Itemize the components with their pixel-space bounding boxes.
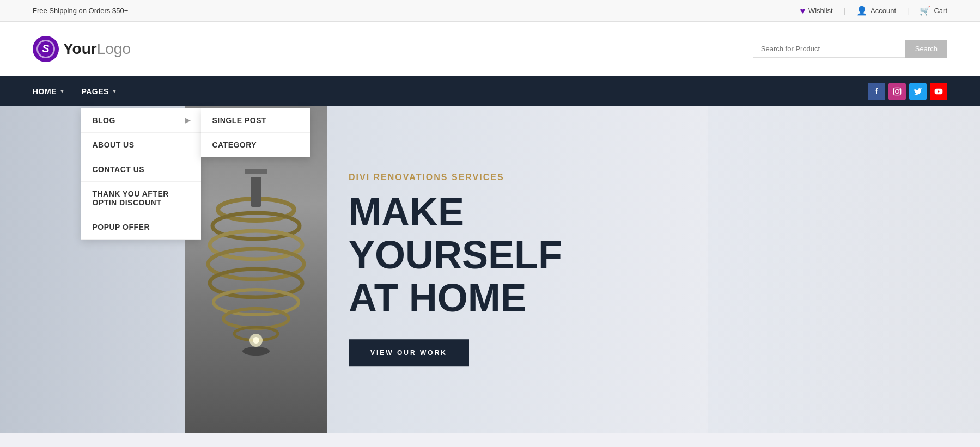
- facebook-icon[interactable]: f: [868, 83, 885, 100]
- search-area: Search: [753, 40, 947, 58]
- svg-point-1: [896, 89, 899, 93]
- nav-pages[interactable]: Pages ▼ Blog ▶ Single Post Category: [81, 78, 117, 105]
- account-link[interactable]: 👤 Account: [856, 5, 896, 16]
- wishlist-link[interactable]: ♥ Wishlist: [800, 6, 832, 16]
- svg-point-2: [899, 89, 900, 90]
- submenu-single-post[interactable]: Single Post: [201, 108, 310, 133]
- blog-item-container: Blog ▶ Single Post Category: [81, 108, 201, 133]
- logo-symbol: S: [42, 42, 49, 55]
- cart-icon: 🛒: [920, 5, 930, 16]
- divider-2: |: [907, 7, 909, 15]
- wishlist-label: Wishlist: [808, 7, 833, 15]
- svg-point-13: [242, 347, 270, 356]
- user-icon: 👤: [856, 5, 867, 16]
- shipping-notice: Free Shipping on Orders $50+: [33, 7, 128, 15]
- blog-arrow-icon: ▶: [185, 117, 191, 124]
- logo[interactable]: S YourLogo: [33, 36, 131, 62]
- svg-rect-12: [251, 177, 261, 207]
- about-label: About us: [92, 140, 134, 149]
- blog-submenu: Single Post Category: [201, 108, 310, 157]
- nav-items: Home ▼ Pages ▼ Blog ▶ Single Post Catego…: [33, 78, 117, 105]
- svg-rect-0: [893, 88, 900, 95]
- search-button[interactable]: Search: [905, 40, 947, 58]
- divider-1: |: [844, 7, 845, 15]
- logo-light: Logo: [97, 40, 131, 57]
- youtube-icon[interactable]: [930, 83, 947, 100]
- pages-chevron-icon: ▼: [112, 88, 117, 94]
- top-bar: Free Shipping on Orders $50+ ♥ Wishlist …: [0, 0, 980, 22]
- thankyou-label: Thank you after optin discount: [92, 189, 190, 207]
- nav-pages-label: Pages: [81, 87, 108, 96]
- curtain-right: [708, 106, 980, 433]
- view-work-button[interactable]: VIEW OUR WORK: [349, 339, 469, 366]
- popup-label: Popup offer: [92, 223, 150, 231]
- logo-text: YourLogo: [63, 40, 131, 58]
- hero-subtitle: DIVI RENOVATIONS SERVICES: [349, 173, 675, 182]
- lamp-svg: [196, 166, 316, 373]
- navbar: Home ▼ Pages ▼ Blog ▶ Single Post Catego…: [0, 76, 980, 106]
- svg-point-15: [253, 337, 259, 344]
- dropdown-item-popup[interactable]: Popup offer: [81, 215, 201, 240]
- hero-content: DIVI RENOVATIONS SERVICES MAKE YOURSELF …: [349, 173, 675, 366]
- dropdown-item-blog[interactable]: Blog ▶: [81, 108, 201, 133]
- instagram-icon[interactable]: [888, 83, 906, 100]
- contact-label: Contact us: [92, 165, 144, 174]
- logo-bold: Your: [63, 40, 97, 57]
- search-input[interactable]: [753, 40, 905, 58]
- pages-dropdown: Blog ▶ Single Post Category About us Con…: [81, 108, 201, 240]
- svg-point-10: [223, 309, 289, 328]
- home-chevron-icon: ▼: [59, 88, 65, 94]
- blog-label: Blog: [92, 116, 115, 125]
- account-label: Account: [871, 7, 896, 15]
- cart-link[interactable]: 🛒 Cart: [920, 5, 947, 16]
- nav-home-label: Home: [33, 87, 57, 96]
- dropdown-item-contact[interactable]: Contact us: [81, 157, 201, 182]
- hero-title: MAKE YOURSELF AT HOME: [349, 191, 675, 320]
- submenu-category[interactable]: Category: [201, 133, 310, 157]
- logo-icon: S: [33, 36, 59, 62]
- cart-label: Cart: [934, 7, 947, 15]
- dropdown-item-about[interactable]: About us: [81, 133, 201, 157]
- svg-point-9: [214, 290, 299, 315]
- twitter-icon[interactable]: [909, 83, 927, 100]
- header: S YourLogo Search: [0, 22, 980, 76]
- heart-icon: ♥: [800, 6, 805, 16]
- dropdown-item-thankyou[interactable]: Thank you after optin discount: [81, 182, 201, 215]
- nav-home[interactable]: Home ▼: [33, 78, 65, 105]
- top-bar-actions: ♥ Wishlist | 👤 Account | 🛒 Cart: [800, 5, 947, 16]
- hero-title-line2: AT HOME: [349, 277, 675, 320]
- hero-title-line1: MAKE YOURSELF: [349, 191, 675, 277]
- social-icons: f: [868, 83, 947, 100]
- svg-point-6: [210, 231, 302, 259]
